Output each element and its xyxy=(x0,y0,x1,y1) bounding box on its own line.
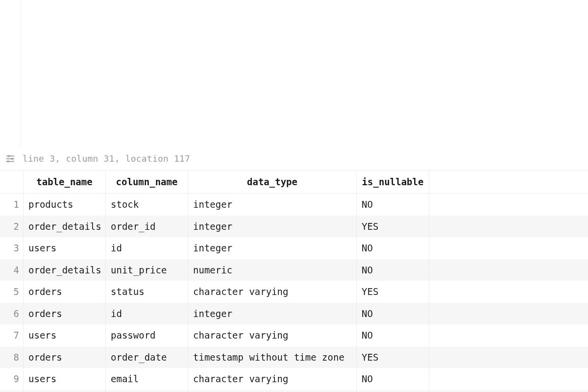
cell-column_name[interactable]: order_id xyxy=(106,216,188,238)
row-number: 5 xyxy=(0,281,24,303)
row-number: 1 xyxy=(0,194,24,216)
cell-data_type[interactable]: integer xyxy=(188,237,357,259)
row-number: 4 xyxy=(0,259,24,281)
header-is_nullable[interactable]: is_nullable xyxy=(357,171,429,194)
cell-column_name[interactable]: order_date xyxy=(106,346,188,368)
header-column_name[interactable]: column_name xyxy=(106,171,188,194)
cell-table_name[interactable]: users xyxy=(24,368,106,390)
cell-empty xyxy=(429,237,588,259)
header-table_name[interactable]: table_name xyxy=(24,171,106,194)
cell-table_name[interactable]: users xyxy=(24,237,106,259)
cell-table_name[interactable]: users xyxy=(24,324,106,346)
cell-empty xyxy=(429,368,588,390)
cell-table_name[interactable]: orders xyxy=(24,303,106,325)
row-number: 7 xyxy=(0,324,24,346)
cell-column_name[interactable]: email xyxy=(106,368,188,390)
cell-empty xyxy=(429,346,588,368)
cell-column_name[interactable]: unit_price xyxy=(106,259,188,281)
header-data_type[interactable]: data_type xyxy=(188,171,357,194)
cell-data_type[interactable]: character varying xyxy=(188,368,357,390)
row-number: 2 xyxy=(0,216,24,238)
cell-table_name[interactable]: orders xyxy=(24,346,106,368)
svg-point-5 xyxy=(7,160,9,162)
svg-point-3 xyxy=(11,157,13,159)
cell-data_type[interactable]: character varying xyxy=(188,390,357,392)
row-number: 10 xyxy=(0,390,24,392)
cell-data_type[interactable]: numeric xyxy=(188,259,357,281)
cell-empty xyxy=(429,216,588,238)
cell-column_name[interactable]: password xyxy=(106,324,188,346)
cell-is_nullable[interactable]: YES xyxy=(357,346,429,368)
cell-data_type[interactable]: integer xyxy=(188,194,357,216)
cell-is_nullable[interactable]: NO xyxy=(357,194,429,216)
svg-point-1 xyxy=(8,155,10,157)
cell-is_nullable[interactable]: NO xyxy=(357,259,429,281)
cell-is_nullable[interactable]: NO xyxy=(357,303,429,325)
cell-column_name[interactable]: stock xyxy=(106,194,188,216)
cell-table_name[interactable]: products xyxy=(24,390,106,392)
cell-table_name[interactable]: order_details xyxy=(24,216,106,238)
cell-empty xyxy=(429,259,588,281)
row-number: 3 xyxy=(0,237,24,259)
cell-data_type[interactable]: character varying xyxy=(188,281,357,303)
cell-empty xyxy=(429,281,588,303)
cell-is_nullable[interactable]: YES xyxy=(357,281,429,303)
row-number: 8 xyxy=(0,346,24,368)
results-grid[interactable]: table_name column_name data_type is_null… xyxy=(0,171,588,392)
cell-is_nullable[interactable]: YES xyxy=(357,216,429,238)
cell-data_type[interactable]: character varying xyxy=(188,324,357,346)
cell-table_name[interactable]: order_details xyxy=(24,259,106,281)
row-number: 6 xyxy=(0,303,24,325)
cell-column_name[interactable]: id xyxy=(106,237,188,259)
cell-data_type[interactable]: timestamp without time zone xyxy=(188,346,357,368)
cell-table_name[interactable]: orders xyxy=(24,281,106,303)
status-bar: line 3, column 31, location 117 xyxy=(0,147,588,171)
cell-table_name[interactable]: products xyxy=(24,194,106,216)
editor-gutter xyxy=(0,0,21,147)
cell-column_name[interactable]: name xyxy=(106,390,188,392)
cell-is_nullable[interactable]: NO xyxy=(357,368,429,390)
cell-empty xyxy=(429,324,588,346)
cell-data_type[interactable]: integer xyxy=(188,216,357,238)
row-number: 9 xyxy=(0,368,24,390)
cell-empty xyxy=(429,194,588,216)
cell-empty xyxy=(429,303,588,325)
results-panel: table_name column_name data_type is_null… xyxy=(0,171,588,392)
cell-is_nullable[interactable]: NO xyxy=(357,390,429,392)
cursor-location: line 3, column 31, location 117 xyxy=(23,153,190,164)
editor-content[interactable] xyxy=(21,0,588,147)
cell-column_name[interactable]: status xyxy=(106,281,188,303)
cell-column_name[interactable]: id xyxy=(106,303,188,325)
cell-empty xyxy=(429,390,588,392)
settings-sliders-icon[interactable] xyxy=(3,153,18,164)
cell-data_type[interactable]: integer xyxy=(188,303,357,325)
header-rownum xyxy=(0,171,24,194)
cell-is_nullable[interactable]: NO xyxy=(357,237,429,259)
header-empty xyxy=(429,171,588,194)
cell-is_nullable[interactable]: NO xyxy=(357,324,429,346)
editor-area[interactable] xyxy=(0,0,588,147)
